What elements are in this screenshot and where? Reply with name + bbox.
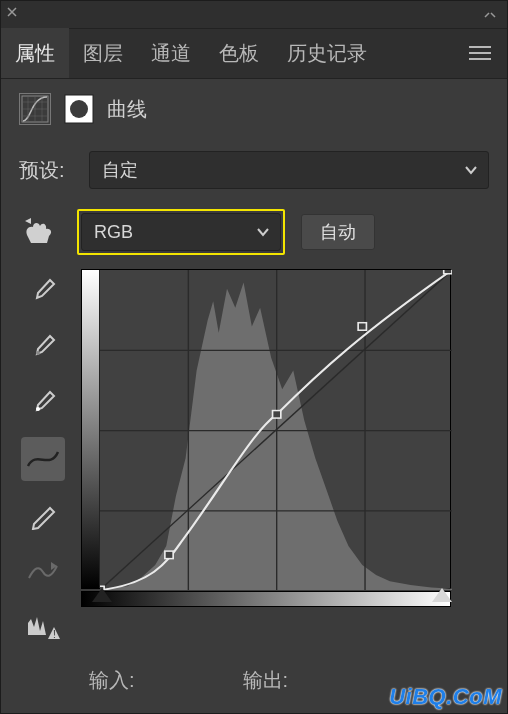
svg-rect-10 xyxy=(444,270,452,274)
svg-rect-7 xyxy=(165,551,173,559)
output-label: 输出: xyxy=(243,667,289,694)
channel-row: RGB 自动 xyxy=(19,209,489,255)
curves-graph-wrap xyxy=(81,269,489,649)
curves-toolbar: ! xyxy=(19,269,67,649)
clipping-warning-icon[interactable]: ! xyxy=(21,605,65,649)
properties-content: 曲线 预设: 自定 RGB xyxy=(1,79,507,713)
channel-select[interactable]: RGB xyxy=(81,213,281,251)
panel-menu-icon[interactable] xyxy=(453,28,507,78)
preset-select[interactable]: 自定 xyxy=(89,151,489,189)
channel-highlight: RGB xyxy=(77,209,285,255)
smooth-tool-icon xyxy=(21,549,65,593)
tab-bar: 属性 图层 通道 色板 历史记录 xyxy=(1,29,507,79)
tab-layers[interactable]: 图层 xyxy=(69,28,137,78)
channel-value: RGB xyxy=(94,222,133,243)
close-icon[interactable] xyxy=(7,7,23,23)
chevron-down-icon xyxy=(256,227,270,237)
input-gradient[interactable] xyxy=(81,591,451,607)
input-value[interactable] xyxy=(143,669,203,693)
targeted-adjust-icon[interactable] xyxy=(19,211,61,253)
input-label: 输入: xyxy=(89,667,135,694)
tab-properties[interactable]: 属性 xyxy=(1,28,69,78)
collapse-icon[interactable] xyxy=(483,10,501,20)
svg-rect-9 xyxy=(358,323,366,331)
adjustment-title: 曲线 xyxy=(107,96,147,123)
curves-graph[interactable] xyxy=(81,269,451,589)
adjustment-header: 曲线 xyxy=(19,93,489,125)
svg-text:!: ! xyxy=(53,629,56,640)
svg-point-4 xyxy=(36,407,40,411)
tab-channels[interactable]: 通道 xyxy=(137,28,205,78)
curves-plot[interactable] xyxy=(100,270,450,588)
auto-button[interactable]: 自动 xyxy=(301,214,375,250)
preset-label: 预设: xyxy=(19,157,89,184)
eyedropper-white-icon[interactable] xyxy=(21,381,65,425)
pencil-tool-icon[interactable] xyxy=(21,493,65,537)
title-bar xyxy=(1,1,507,29)
eyedropper-black-icon[interactable] xyxy=(21,269,65,313)
tab-history[interactable]: 历史记录 xyxy=(273,28,381,78)
svg-point-3 xyxy=(36,351,40,355)
curve-point-tool-icon[interactable] xyxy=(21,437,65,481)
output-value[interactable] xyxy=(296,669,356,693)
white-point-slider[interactable] xyxy=(432,588,452,602)
input-output-row: 输入: 输出: xyxy=(19,649,489,700)
curve-editor: ! xyxy=(19,269,489,649)
chevron-down-icon xyxy=(464,165,478,175)
layer-mask-icon[interactable] xyxy=(63,93,95,125)
tab-swatches[interactable]: 色板 xyxy=(205,28,273,78)
black-point-slider[interactable] xyxy=(92,588,112,602)
svg-rect-8 xyxy=(273,411,281,419)
curves-type-icon[interactable] xyxy=(19,93,51,125)
eyedropper-gray-icon[interactable] xyxy=(21,325,65,369)
svg-point-2 xyxy=(70,100,88,118)
preset-value: 自定 xyxy=(102,158,138,182)
output-gradient xyxy=(82,270,100,588)
preset-row: 预设: 自定 xyxy=(19,151,489,189)
